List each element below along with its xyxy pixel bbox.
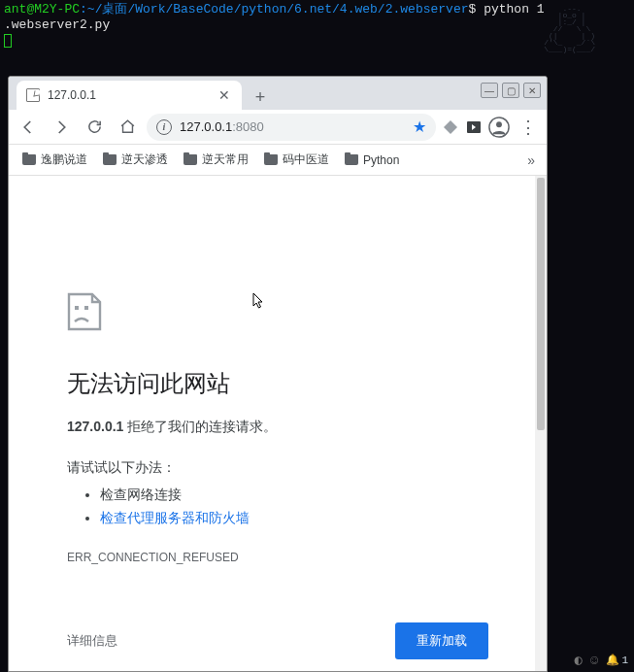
bookmark-folder-1[interactable]: 逆天渗透: [97, 148, 174, 172]
error-footer: 详细信息 重新加载: [67, 622, 488, 659]
terminal-prompt-symbol: $: [469, 2, 477, 17]
details-link[interactable]: 详细信息: [67, 632, 117, 650]
scrollbar-thumb[interactable]: [537, 178, 545, 430]
site-info-icon[interactable]: i: [156, 119, 172, 135]
suggestion-check-network: 检查网络连接: [100, 487, 488, 504]
bookmark-label: 码中医道: [283, 151, 329, 168]
terminal-user-host: ant@M2Y-PC: [4, 2, 80, 17]
tab-active[interactable]: 127.0.0.1 ✕: [17, 81, 242, 110]
bookmarks-bar: 逸鹏说道 逆天渗透 逆天常用 码中医道 Python »: [9, 145, 547, 176]
folder-icon: [264, 154, 278, 165]
scrollbar[interactable]: [535, 176, 547, 671]
url-port: :8080: [232, 119, 264, 134]
home-button[interactable]: [114, 114, 141, 141]
forward-button[interactable]: [48, 114, 75, 141]
back-button[interactable]: [15, 114, 42, 141]
svg-rect-4: [84, 306, 88, 310]
address-bar[interactable]: i 127.0.0.1:8080 ★: [147, 114, 436, 141]
bookmark-star-icon[interactable]: ★: [413, 118, 426, 136]
browser-window: 127.0.0.1 ✕ + — ▢ ✕ i 127.0.0.1:8080 ★: [8, 76, 548, 672]
bookmark-label: 逆天渗透: [121, 151, 168, 168]
folder-icon: [22, 154, 36, 165]
bookmark-folder-4[interactable]: Python: [339, 150, 405, 171]
error-try-label: 请试试以下办法：: [67, 459, 488, 477]
error-title: 无法访问此网站: [67, 368, 488, 399]
svg-rect-3: [75, 306, 79, 310]
system-tray: ◐ ☺ 🔔1: [569, 648, 634, 672]
tray-notification-badge[interactable]: 🔔1: [606, 654, 628, 666]
error-suggestions-list: 检查网络连接 检查代理服务器和防火墙: [67, 487, 488, 527]
toolbar: i 127.0.0.1:8080 ★ ⋮: [9, 110, 547, 145]
page-content: 无法访问此网站 127.0.0.1 拒绝了我们的连接请求。 请试试以下办法： 检…: [9, 176, 547, 671]
error-sub-tail: 拒绝了我们的连接请求。: [123, 419, 277, 434]
tray-left-icon[interactable]: ◐: [575, 652, 583, 668]
terminal-separator: :: [80, 2, 87, 17]
bookmark-label: Python: [363, 153, 399, 167]
error-subtitle: 127.0.0.1 拒绝了我们的连接请求。: [67, 419, 488, 436]
terminal-ascii-art: .--. |o_o | |:_/ | // \ \ (| | ) /'\_ _/…: [535, 5, 595, 52]
tray-badge-count: 1: [621, 655, 628, 666]
folder-icon: [103, 154, 117, 165]
favicon-icon: [26, 88, 40, 102]
extension-diamond-icon[interactable]: [442, 119, 459, 135]
tray-face-icon[interactable]: ☺: [590, 653, 598, 668]
terminal-cursor-icon: [4, 34, 12, 48]
tab-close-icon[interactable]: ✕: [217, 85, 232, 105]
extension-tab-icon[interactable]: [465, 119, 483, 135]
error-host: 127.0.0.1: [67, 419, 123, 434]
bookmark-folder-3[interactable]: 码中医道: [258, 148, 335, 172]
new-tab-button[interactable]: +: [248, 84, 273, 110]
tab-title: 127.0.0.1: [48, 88, 209, 102]
menu-button[interactable]: ⋮: [516, 117, 541, 138]
window-controls: — ▢ ✕: [481, 83, 541, 98]
bookmark-label: 逸鹏说道: [41, 151, 87, 168]
svg-point-2: [496, 121, 502, 127]
url-text: 127.0.0.1:8080: [180, 119, 264, 134]
reload-button[interactable]: 重新加载: [395, 622, 488, 659]
reload-icon-button[interactable]: [81, 114, 108, 141]
folder-icon: [345, 154, 358, 165]
tab-bar: 127.0.0.1 ✕ + — ▢ ✕: [9, 77, 547, 110]
close-button[interactable]: ✕: [523, 83, 541, 98]
terminal-path: ~/桌面/Work/BaseCode/python/6.net/4.web/2.…: [87, 2, 469, 17]
error-page-icon: [67, 292, 102, 331]
maximize-button[interactable]: ▢: [502, 83, 519, 98]
bookmark-folder-0[interactable]: 逸鹏说道: [17, 148, 93, 172]
bookmarks-overflow-icon[interactable]: »: [523, 149, 539, 172]
url-host: 127.0.0.1: [180, 119, 232, 134]
bookmark-label: 逆天常用: [202, 151, 249, 168]
minimize-button[interactable]: —: [481, 83, 498, 98]
suggestion-check-proxy-link[interactable]: 检查代理服务器和防火墙: [100, 510, 250, 525]
folder-icon: [184, 154, 197, 165]
error-code: ERR_CONNECTION_REFUSED: [67, 551, 488, 564]
bookmark-folder-2[interactable]: 逆天常用: [178, 148, 254, 172]
profile-avatar-icon[interactable]: [488, 117, 510, 138]
